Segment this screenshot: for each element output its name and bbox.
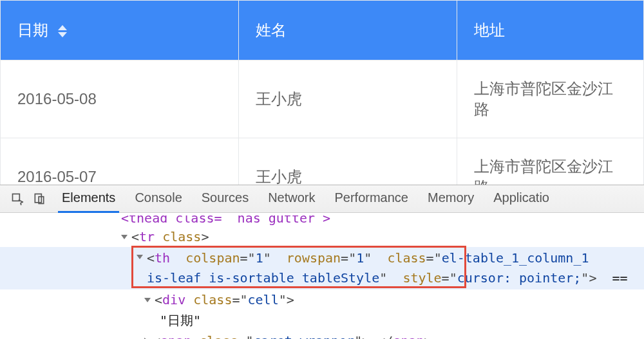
sort-caret-icon[interactable]	[58, 25, 67, 37]
dom-node-th-selected[interactable]: <th colspan="1" rowspan="1" class="el-ta…	[0, 247, 644, 289]
data-table-wrapper: 日期 姓名 地址 2016-05-08 王小虎 上海市普陀区金沙江路	[0, 0, 644, 185]
dom-text-node[interactable]: "日期"	[0, 310, 644, 331]
cell-address: 上海市普陀区金沙江路	[457, 138, 644, 185]
devtools-tabs: Elements Console Sources Network Perform…	[58, 185, 553, 212]
tab-performance[interactable]: Performance	[331, 185, 413, 212]
tab-elements[interactable]: Elements	[58, 185, 119, 213]
col-header-name-label: 姓名	[256, 21, 287, 39]
devtools-dom-tree[interactable]: <thead class= has gutter > <tr class> <t…	[0, 213, 644, 339]
tab-console[interactable]: Console	[131, 185, 185, 212]
devtools-panel: Elements Console Sources Network Perform…	[0, 185, 644, 339]
tab-network[interactable]: Network	[264, 185, 319, 212]
cell-name: 王小虎	[238, 138, 457, 185]
dom-node-thead[interactable]: <thead class= has gutter >	[0, 215, 644, 226]
device-toggle-icon[interactable]	[28, 185, 50, 213]
table-row: 2016-05-08 王小虎 上海市普陀区金沙江路	[1, 60, 644, 138]
disclosure-triangle-icon[interactable]	[144, 298, 151, 302]
inspect-element-icon[interactable]	[6, 185, 28, 213]
tab-application[interactable]: Applicatio	[489, 185, 553, 212]
col-header-address-label: 地址	[474, 21, 505, 39]
dom-node-div-cell[interactable]: <div class="cell">	[0, 289, 644, 310]
col-header-name[interactable]: 姓名	[238, 1, 457, 60]
cell-name: 王小虎	[238, 60, 457, 138]
cell-date: 2016-05-08	[1, 60, 239, 138]
cell-date: 2016-05-07	[1, 138, 239, 185]
data-table: 日期 姓名 地址 2016-05-08 王小虎 上海市普陀区金沙江路	[0, 0, 644, 185]
tab-memory[interactable]: Memory	[424, 185, 478, 212]
dom-node-span-caret[interactable]: <span class="caret-wrapper">…</span>	[0, 331, 644, 339]
col-header-date-label: 日期	[17, 21, 48, 39]
dom-node-tr[interactable]: <tr class>	[0, 226, 644, 247]
col-header-address[interactable]: 地址	[457, 1, 644, 60]
col-header-date[interactable]: 日期	[1, 1, 239, 60]
tab-sources[interactable]: Sources	[198, 185, 252, 212]
devtools-toolbar: Elements Console Sources Network Perform…	[0, 185, 644, 213]
cell-address: 上海市普陀区金沙江路	[457, 60, 644, 138]
table-row: 2016-05-07 王小虎 上海市普陀区金沙江路	[1, 138, 644, 185]
disclosure-triangle-icon[interactable]	[121, 235, 128, 239]
disclosure-triangle-icon[interactable]	[137, 255, 143, 259]
